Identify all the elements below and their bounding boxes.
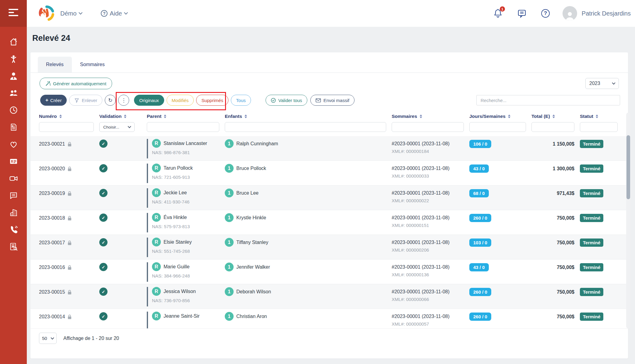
days-badge: 260 / 0 (469, 288, 491, 296)
sidebar-item-health[interactable] (9, 140, 18, 149)
magic-wand-icon (45, 81, 51, 86)
filter-supprimes[interactable]: Supprimés (196, 95, 228, 106)
sidebar-item-calls[interactable] (9, 225, 18, 235)
sidebar-item-schedule[interactable] (9, 106, 18, 115)
table-row[interactable]: 2023-00016 ✓ RMarie GuilleNAS: 384-966-2… (30, 260, 628, 284)
filter-sommaires-input[interactable] (392, 122, 464, 132)
filter-jours-input[interactable] (469, 122, 526, 132)
child-avatar: 1 (225, 139, 234, 148)
filter-enfants-input[interactable] (225, 122, 386, 132)
sidebar-item-educators[interactable] (9, 72, 18, 81)
lock-icon (68, 265, 72, 270)
table-scrollbar[interactable] (626, 113, 630, 328)
year-select[interactable]: 2023 (585, 78, 619, 89)
app-logo[interactable] (38, 5, 55, 22)
table-row[interactable]: 2023-00021 ✓ RStanislaw LancasterNAS: 98… (30, 136, 628, 161)
days-badge: 103 / 0 (469, 239, 491, 247)
sort-icon (245, 115, 247, 118)
validated-check-icon: ✓ (99, 288, 108, 296)
table-row[interactable]: 2023-00019 ✓ RJeckie LeeNAS: 411-930-746… (30, 186, 628, 210)
remove-button[interactable]: Enlever (69, 95, 102, 106)
filter-validation-select[interactable]: Choisir... (99, 122, 135, 132)
parent-avatar: R (152, 238, 161, 246)
col-header-total[interactable]: Total (E) (531, 114, 580, 119)
avatar[interactable] (563, 6, 577, 21)
user-name[interactable]: Patrick Desjardins (582, 10, 631, 17)
help-label: Aide (110, 10, 122, 17)
sidebar-item-contacts[interactable] (9, 157, 18, 166)
filter-modifies[interactable]: Modifiés (167, 95, 194, 106)
tab-sommaires[interactable]: Sommaires (72, 57, 113, 72)
help-menu[interactable]: ? Aide (101, 10, 127, 17)
filter-total-input[interactable] (531, 122, 574, 132)
sidebar-item-messages[interactable] (9, 191, 18, 200)
col-header-sommaires[interactable]: Sommaires (392, 114, 469, 119)
lock-icon (68, 191, 72, 196)
phone-icon (9, 225, 18, 235)
sidebar-item-notes[interactable] (9, 123, 18, 132)
sort-icon (508, 115, 510, 118)
more-actions-button[interactable]: ⋮ (118, 95, 129, 106)
page-title: Relevé 24 (32, 34, 70, 43)
table-row[interactable]: 2023-00015 ✓ RJessica WilsonNAS: 736-970… (30, 284, 628, 309)
filter-parent-input[interactable] (147, 122, 219, 132)
lock-icon (68, 314, 72, 319)
check-circle-icon (271, 98, 276, 103)
search-input[interactable] (476, 95, 620, 105)
sort-icon (596, 115, 598, 118)
sidebar-item-groups[interactable] (9, 89, 18, 98)
child-avatar: 1 (225, 287, 234, 296)
parent-avatar: R (152, 262, 161, 271)
notifications-button[interactable]: 1 (493, 9, 503, 18)
sort-icon (59, 115, 62, 118)
educator-icon (9, 72, 18, 82)
lock-icon (68, 240, 72, 245)
document-icon (9, 123, 18, 133)
table-row[interactable]: 2023-00020 ✓ RTarun PollockNAS: 721-605-… (30, 161, 628, 186)
col-header-jours[interactable]: Jours/Semaines (469, 114, 531, 119)
create-button[interactable]: +Créer (40, 95, 67, 106)
tab-releves[interactable]: Relevés (38, 57, 72, 72)
sidebar-item-reports[interactable] (9, 242, 18, 252)
sidebar (0, 0, 27, 364)
scrollbar-thumb[interactable] (626, 135, 630, 199)
sidebar-item-children[interactable] (9, 55, 18, 64)
table-row[interactable]: 2023-00018 ✓ RÉva HinkleNAS: 575-973-813… (30, 210, 628, 235)
app-root: { "topbar": { "brand_label": "Démo", "he… (0, 0, 635, 364)
sidebar-menu-toggle[interactable] (0, 0, 27, 27)
hamburger-icon (9, 9, 18, 18)
filter-statut-input[interactable] (580, 122, 618, 132)
validate-all-button[interactable]: Valider tous (266, 95, 307, 106)
sidebar-item-organization[interactable] (9, 208, 18, 217)
col-header-statut[interactable]: Statut (580, 114, 623, 119)
status-badge: Terminé (580, 313, 603, 321)
video-camera-icon (9, 174, 18, 184)
group-icon (9, 89, 18, 99)
sidebar-item-video[interactable] (9, 174, 18, 183)
support-button[interactable]: ? (541, 9, 550, 18)
generate-auto-button[interactable]: Générer automatiquement (40, 78, 112, 89)
mass-send-button[interactable]: Envoi massif (310, 95, 355, 106)
refresh-button[interactable]: ↻ (105, 95, 116, 106)
sidebar-item-home[interactable] (9, 38, 18, 47)
parent-avatar: R (152, 139, 161, 148)
page-size-select[interactable]: 50 (39, 333, 57, 344)
brand-label: Démo (60, 10, 76, 17)
messages-button[interactable] (517, 9, 527, 18)
notification-badge: 1 (500, 6, 505, 12)
filter-tous[interactable]: Tous (231, 95, 251, 106)
filter-numero-input[interactable] (39, 122, 94, 132)
col-header-numero[interactable]: Numéro (39, 114, 99, 119)
status-badge: Terminé (580, 239, 603, 247)
days-badge: 260 / 0 (469, 313, 491, 321)
table-row[interactable]: 2023-00017 ✓ RElsie StanleyNAS: 551-745-… (30, 235, 628, 260)
filter-originaux[interactable]: Originaux (134, 95, 164, 106)
brand-menu[interactable]: Démo (60, 10, 82, 17)
chevron-down-icon (612, 81, 615, 84)
col-header-parent[interactable]: Parent (147, 114, 225, 119)
child-icon (9, 55, 18, 65)
sort-icon (420, 115, 422, 118)
table-row[interactable]: 2023-00014 ✓ RJeanne Saint-Sir 1Christia… (30, 309, 628, 328)
col-header-enfants[interactable]: Enfants (225, 114, 392, 119)
col-header-validation[interactable]: Validation (99, 114, 147, 119)
